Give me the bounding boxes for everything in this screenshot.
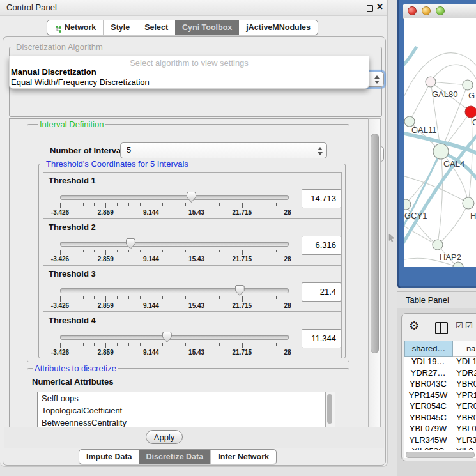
- combo-value: 5: [127, 143, 131, 157]
- slider-thumb[interactable]: [162, 332, 172, 342]
- table-panel-title: Table Panel: [406, 292, 449, 308]
- table-row[interactable]: YER054CYER0: [404, 401, 476, 413]
- numerical-attributes-list: SelfLoops TopologicalCoefficient Between…: [37, 392, 325, 428]
- scrollbar-thumb[interactable]: [371, 134, 379, 353]
- apply-button[interactable]: Apply: [146, 430, 183, 444]
- table-row[interactable]: YBR043CYBR0: [404, 379, 476, 390]
- tab-style[interactable]: Style: [103, 20, 137, 35]
- table-row[interactable]: YBR045CYBR0: [404, 413, 476, 424]
- tab-select[interactable]: Select: [137, 20, 175, 35]
- table-cell[interactable]: YDL1: [452, 357, 476, 368]
- tick-label: 2.859: [91, 209, 119, 216]
- tick-label: -3.426: [46, 256, 74, 263]
- slider-thumb[interactable]: [235, 285, 245, 296]
- table-cell[interactable]: YBR045C: [404, 413, 452, 424]
- traffic-light-zoom-icon[interactable]: [436, 6, 445, 15]
- slider-thumb[interactable]: [187, 192, 196, 203]
- minor-tick: [231, 343, 231, 346]
- popup-item-equal-width-frequency[interactable]: Equal Width/Frequency Discretization: [11, 77, 150, 87]
- number-of-intervals-label: Number of Intervals: [50, 146, 128, 155]
- slider-track[interactable]: [60, 195, 289, 200]
- slider-track[interactable]: [60, 242, 289, 247]
- minor-tick: [254, 250, 254, 252]
- gear-icon[interactable]: ⚙: [409, 319, 419, 332]
- slider-thumb[interactable]: [126, 238, 135, 249]
- tab-impute-data[interactable]: Impute Data: [79, 450, 139, 464]
- tab-discretize-data[interactable]: Discretize Data: [139, 450, 211, 464]
- threshold-4-slider[interactable]: -3.4262.8599.14415.4321.71528: [60, 332, 288, 357]
- scrollbar-thumb[interactable]: [406, 452, 475, 458]
- list-item[interactable]: TopologicalCoefficient: [38, 404, 325, 417]
- table-row[interactable]: YBL079WYBL0: [404, 424, 476, 435]
- minor-tick: [254, 203, 254, 206]
- table-cell[interactable]: YDR27…: [404, 368, 452, 380]
- split-columns-icon[interactable]: [435, 322, 448, 334]
- network-node[interactable]: [463, 197, 474, 209]
- slider-scale: -3.4262.8599.14415.4321.71528: [60, 203, 288, 217]
- table-cell[interactable]: YDL19…: [404, 357, 452, 368]
- threshold-value-field[interactable]: 6.316: [302, 236, 341, 255]
- tab-infer-network[interactable]: Infer Network: [210, 450, 276, 464]
- list-scrollbar[interactable]: [325, 392, 335, 428]
- table-cell[interactable]: YER0: [452, 401, 476, 413]
- table-cell[interactable]: YPR1: [452, 390, 476, 402]
- network-node-hap2[interactable]: [433, 240, 443, 250]
- slider-track[interactable]: [60, 335, 289, 340]
- minor-tick: [162, 203, 163, 206]
- traffic-light-close-icon[interactable]: [408, 6, 417, 15]
- table-cell[interactable]: YPR145W: [404, 390, 452, 402]
- network-node-gal80[interactable]: [426, 77, 436, 87]
- minor-tick: [208, 203, 208, 206]
- table-row[interactable]: YLR345WYLR3: [404, 435, 476, 447]
- network-node-gcy1[interactable]: [404, 199, 411, 210]
- network-window-titlebar[interactable]: [403, 4, 476, 19]
- threshold-3-slider[interactable]: -3.4262.8599.14415.4321.71528: [60, 285, 288, 311]
- traffic-light-minimize-icon[interactable]: [422, 6, 431, 15]
- list-item[interactable]: BetweennessCentrality: [38, 417, 325, 428]
- table-cell[interactable]: YER054C: [404, 401, 452, 413]
- table-row[interactable]: YPR145WYPR1: [404, 390, 476, 402]
- major-tick: [60, 343, 61, 348]
- tab-network[interactable]: Network: [47, 20, 103, 35]
- table-cell[interactable]: YDR2: [452, 368, 476, 380]
- column-header-shared-name[interactable]: shared…: [404, 341, 453, 357]
- table-panel-titlebar: Table Panel: [397, 291, 476, 309]
- network-node-selected-red[interactable]: [465, 106, 476, 118]
- tick-label: 21.715: [228, 256, 256, 263]
- horizontal-scrollbar[interactable]: [404, 450, 476, 458]
- checkbox-icon[interactable]: ☑: [465, 321, 473, 330]
- slider-scale: -3.4262.8599.14415.4321.71528: [60, 343, 288, 357]
- number-of-intervals-combobox[interactable]: 5: [120, 142, 327, 158]
- tab-cyni-toolbox[interactable]: Cyni Toolbox: [175, 20, 239, 35]
- table-cell[interactable]: YLR345W: [404, 435, 452, 447]
- table-cell[interactable]: YBR043C: [404, 379, 452, 390]
- table-cell[interactable]: YBR0: [452, 413, 476, 424]
- column-header-name[interactable]: na: [453, 341, 476, 357]
- slider-track[interactable]: [60, 288, 289, 293]
- viewport-scrollbar[interactable]: [368, 118, 381, 428]
- minor-tick: [140, 343, 141, 346]
- network-node[interactable]: [453, 262, 463, 267]
- minor-tick: [276, 203, 277, 206]
- network-node-gal4[interactable]: [433, 144, 449, 159]
- list-item[interactable]: SelfLoops: [38, 392, 325, 404]
- table-row[interactable]: YDR27…YDR2: [404, 368, 476, 380]
- table-cell[interactable]: YBR0: [452, 379, 476, 390]
- table-row[interactable]: YDL19…YDL1: [404, 357, 476, 368]
- checkbox-icon[interactable]: ☑: [456, 321, 463, 330]
- popup-item-manual-discretization[interactable]: Manual Discretization: [11, 67, 96, 77]
- network-node[interactable]: [463, 80, 473, 90]
- close-icon[interactable]: ✕: [376, 2, 383, 12]
- threshold-2-slider[interactable]: -3.4262.8599.14415.4321.71528: [60, 238, 288, 264]
- threshold-value-field[interactable]: 21.4: [302, 282, 341, 302]
- table-cell[interactable]: YBL0: [452, 424, 476, 435]
- float-window-icon[interactable]: [367, 5, 373, 12]
- tab-label: Network: [65, 20, 96, 35]
- threshold-value-field[interactable]: 11.344: [302, 329, 341, 348]
- network-canvas[interactable]: GAL80 G C GAL11 GAL4 GCY1 H HAP2: [404, 18, 476, 267]
- tab-jactivemnodules[interactable]: jActiveMNodules: [239, 20, 318, 35]
- table-cell[interactable]: YBL079W: [404, 424, 452, 435]
- threshold-value-field[interactable]: 14.713: [302, 189, 341, 208]
- table-cell[interactable]: YLR3: [452, 435, 476, 447]
- threshold-1-slider[interactable]: -3.4262.8599.14415.4321.71528: [60, 192, 288, 217]
